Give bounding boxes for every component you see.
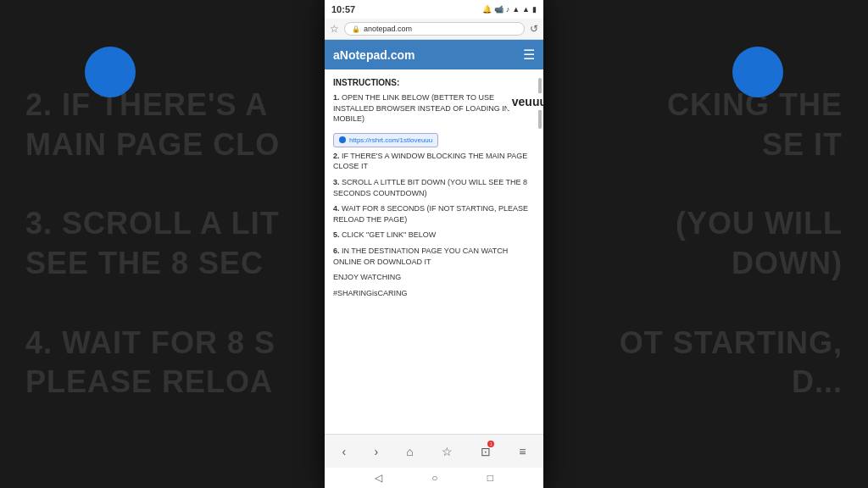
android-home[interactable]: ○ bbox=[431, 472, 437, 484]
instructions-header: INSTRUCTIONS: bbox=[333, 78, 535, 87]
link-box[interactable]: https://rshrt.com/1stloveuuu bbox=[333, 133, 438, 147]
forward-button[interactable]: › bbox=[374, 445, 378, 458]
instruction-1: 1. OPEN THE LINK BELOW (BETTER TO USE IN… bbox=[333, 92, 535, 125]
floating-text: veuuu bbox=[507, 93, 543, 110]
menu-button[interactable]: ≡ bbox=[519, 445, 526, 458]
link-text: https://rshrt.com/1stloveuuu bbox=[349, 136, 432, 144]
status-icons: 🔔 📹 ♪ ▲ ▲ ▮ bbox=[482, 5, 537, 14]
bg-right-text: CKING THE SE IT (YOU WILL DOWN) OT START… bbox=[620, 86, 843, 402]
phone-frame: 10:57 🔔 📹 ♪ ▲ ▲ ▮ ☆ 🔒 anotepad.com ↺ aNo… bbox=[325, 0, 543, 488]
enjoy-text: ENJOY WATCHING bbox=[333, 272, 535, 283]
android-nav: ◁ ○ □ bbox=[325, 468, 543, 488]
video-icon: 📹 bbox=[494, 5, 504, 14]
bottom-nav: ‹ › ⌂ ☆ ⊡ 1 ≡ bbox=[325, 434, 543, 468]
bg-left-panel: 2. IF THERE'S A MAIN PAGE CLO 3. SCROLL … bbox=[0, 0, 325, 488]
android-back[interactable]: ◁ bbox=[375, 472, 382, 484]
instruction-4: 4. WAIT FOR 8 SECONDS (IF NOT STARTING, … bbox=[333, 203, 535, 225]
browser-chrome: ☆ 🔒 anotepad.com ↺ bbox=[325, 19, 543, 40]
wifi-icon: ▲ bbox=[522, 5, 530, 14]
content-area: INSTRUCTIONS: 1. OPEN THE LINK BELOW (BE… bbox=[325, 69, 543, 434]
back-button[interactable]: ‹ bbox=[342, 445, 347, 458]
bookmark-button[interactable]: ☆ bbox=[442, 445, 453, 458]
status-bar: 10:57 🔔 📹 ♪ ▲ ▲ ▮ bbox=[325, 0, 543, 19]
hamburger-menu[interactable]: ☰ bbox=[523, 47, 535, 63]
link-dot bbox=[339, 136, 346, 143]
url-bar[interactable]: 🔒 anotepad.com bbox=[344, 22, 525, 36]
bookmark-icon[interactable]: ☆ bbox=[330, 23, 339, 35]
reload-icon[interactable]: ↺ bbox=[530, 23, 538, 35]
tabs-badge: 1 bbox=[487, 441, 494, 447]
bg-left-text: 2. IF THERE'S A MAIN PAGE CLO 3. SCROLL … bbox=[25, 86, 280, 402]
sharing-text: #SHARINGisCARING bbox=[333, 288, 535, 299]
instruction-3: 3. SCROLL A LITTLE BIT DOWN (YOU WILL SE… bbox=[333, 177, 535, 198]
bg-right-panel: CKING THE SE IT (YOU WILL DOWN) OT START… bbox=[542, 0, 868, 488]
tabs-button[interactable]: ⊡ 1 bbox=[481, 444, 491, 459]
home-button[interactable]: ⌂ bbox=[406, 445, 413, 458]
status-time: 10:57 bbox=[331, 4, 355, 14]
battery-icon: ▮ bbox=[532, 5, 537, 14]
signal-icon: ▲ bbox=[512, 5, 520, 14]
app-bar-title: aNotepad.com bbox=[333, 48, 415, 62]
lock-icon: 🔒 bbox=[352, 25, 360, 33]
url-text: anotepad.com bbox=[364, 25, 412, 33]
music-icon: ♪ bbox=[506, 5, 510, 14]
blue-circle-left bbox=[85, 47, 136, 97]
notification-icon: 🔔 bbox=[482, 5, 492, 14]
blue-circle-right bbox=[732, 47, 783, 97]
instruction-5: 5. CLICK "GET LINK" BELOW bbox=[333, 230, 535, 241]
instruction-2: 2. IF THERE'S A WINDOW BLOCKING THE MAIN… bbox=[333, 151, 535, 172]
app-bar: aNotepad.com ☰ bbox=[325, 40, 543, 69]
instruction-6: 6. IN THE DESTINATION PAGE YOU CAN WATCH… bbox=[333, 246, 535, 267]
android-recents[interactable]: □ bbox=[487, 472, 493, 484]
browser-nav-row: ☆ 🔒 anotepad.com ↺ bbox=[330, 22, 538, 36]
